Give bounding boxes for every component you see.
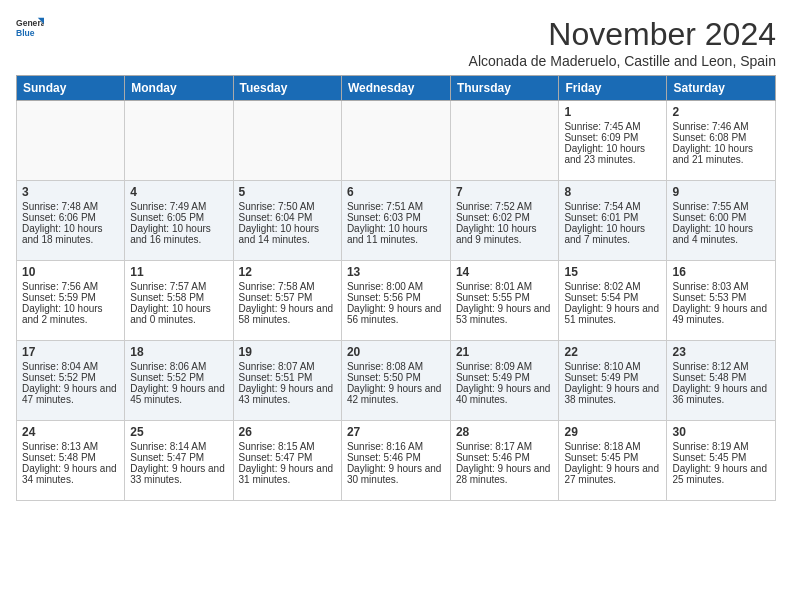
weekday-header-saturday: Saturday xyxy=(667,76,776,101)
calendar-day-8: 8Sunrise: 7:54 AMSunset: 6:01 PMDaylight… xyxy=(559,181,667,261)
calendar-empty-cell xyxy=(125,101,233,181)
calendar-day-28: 28Sunrise: 8:17 AMSunset: 5:46 PMDayligh… xyxy=(450,421,559,501)
day-number: 14 xyxy=(456,265,554,279)
calendar-day-12: 12Sunrise: 7:58 AMSunset: 5:57 PMDayligh… xyxy=(233,261,341,341)
day-number: 3 xyxy=(22,185,119,199)
weekday-header-thursday: Thursday xyxy=(450,76,559,101)
day-number: 4 xyxy=(130,185,227,199)
day-info: Daylight: 10 hours and 21 minutes. xyxy=(672,143,770,165)
weekday-header-sunday: Sunday xyxy=(17,76,125,101)
calendar-day-5: 5Sunrise: 7:50 AMSunset: 6:04 PMDaylight… xyxy=(233,181,341,261)
day-number: 26 xyxy=(239,425,336,439)
header: General Blue November 2024 Alconada de M… xyxy=(16,16,776,69)
day-info: Daylight: 9 hours and 30 minutes. xyxy=(347,463,445,485)
day-info: Daylight: 9 hours and 27 minutes. xyxy=(564,463,661,485)
day-info: Sunrise: 7:56 AM xyxy=(22,281,119,292)
day-info: Daylight: 9 hours and 28 minutes. xyxy=(456,463,554,485)
weekday-header-friday: Friday xyxy=(559,76,667,101)
day-info: Sunset: 5:57 PM xyxy=(239,292,336,303)
day-info: Sunset: 5:50 PM xyxy=(347,372,445,383)
day-info: Daylight: 10 hours and 7 minutes. xyxy=(564,223,661,245)
day-info: Daylight: 9 hours and 56 minutes. xyxy=(347,303,445,325)
day-info: Sunset: 6:01 PM xyxy=(564,212,661,223)
day-info: Sunset: 5:47 PM xyxy=(239,452,336,463)
day-info: Daylight: 9 hours and 33 minutes. xyxy=(130,463,227,485)
day-info: Sunrise: 7:48 AM xyxy=(22,201,119,212)
day-info: Sunset: 5:56 PM xyxy=(347,292,445,303)
day-number: 17 xyxy=(22,345,119,359)
day-info: Sunset: 5:46 PM xyxy=(456,452,554,463)
day-number: 23 xyxy=(672,345,770,359)
calendar-week-row: 1Sunrise: 7:45 AMSunset: 6:09 PMDaylight… xyxy=(17,101,776,181)
day-info: Sunset: 6:00 PM xyxy=(672,212,770,223)
weekday-header-tuesday: Tuesday xyxy=(233,76,341,101)
svg-text:Blue: Blue xyxy=(16,28,35,38)
day-info: Sunset: 5:59 PM xyxy=(22,292,119,303)
calendar-day-3: 3Sunrise: 7:48 AMSunset: 6:06 PMDaylight… xyxy=(17,181,125,261)
day-info: Daylight: 9 hours and 49 minutes. xyxy=(672,303,770,325)
calendar-day-25: 25Sunrise: 8:14 AMSunset: 5:47 PMDayligh… xyxy=(125,421,233,501)
day-info: Daylight: 9 hours and 45 minutes. xyxy=(130,383,227,405)
calendar-day-26: 26Sunrise: 8:15 AMSunset: 5:47 PMDayligh… xyxy=(233,421,341,501)
day-info: Sunset: 5:51 PM xyxy=(239,372,336,383)
day-info: Sunset: 5:49 PM xyxy=(456,372,554,383)
calendar-day-21: 21Sunrise: 8:09 AMSunset: 5:49 PMDayligh… xyxy=(450,341,559,421)
calendar-day-30: 30Sunrise: 8:19 AMSunset: 5:45 PMDayligh… xyxy=(667,421,776,501)
calendar-day-11: 11Sunrise: 7:57 AMSunset: 5:58 PMDayligh… xyxy=(125,261,233,341)
day-number: 8 xyxy=(564,185,661,199)
calendar-day-19: 19Sunrise: 8:07 AMSunset: 5:51 PMDayligh… xyxy=(233,341,341,421)
calendar-day-7: 7Sunrise: 7:52 AMSunset: 6:02 PMDaylight… xyxy=(450,181,559,261)
day-number: 20 xyxy=(347,345,445,359)
day-info: Daylight: 10 hours and 18 minutes. xyxy=(22,223,119,245)
day-info: Daylight: 10 hours and 4 minutes. xyxy=(672,223,770,245)
day-info: Daylight: 10 hours and 11 minutes. xyxy=(347,223,445,245)
day-info: Sunrise: 7:57 AM xyxy=(130,281,227,292)
month-title: November 2024 xyxy=(469,16,776,53)
calendar-day-16: 16Sunrise: 8:03 AMSunset: 5:53 PMDayligh… xyxy=(667,261,776,341)
calendar-week-row: 3Sunrise: 7:48 AMSunset: 6:06 PMDaylight… xyxy=(17,181,776,261)
day-info: Sunset: 5:49 PM xyxy=(564,372,661,383)
calendar-day-22: 22Sunrise: 8:10 AMSunset: 5:49 PMDayligh… xyxy=(559,341,667,421)
calendar-day-17: 17Sunrise: 8:04 AMSunset: 5:52 PMDayligh… xyxy=(17,341,125,421)
day-info: Daylight: 10 hours and 23 minutes. xyxy=(564,143,661,165)
day-number: 16 xyxy=(672,265,770,279)
calendar-empty-cell xyxy=(341,101,450,181)
day-info: Sunrise: 7:45 AM xyxy=(564,121,661,132)
day-info: Sunset: 5:45 PM xyxy=(672,452,770,463)
day-number: 13 xyxy=(347,265,445,279)
day-number: 21 xyxy=(456,345,554,359)
calendar-week-row: 10Sunrise: 7:56 AMSunset: 5:59 PMDayligh… xyxy=(17,261,776,341)
day-info: Daylight: 10 hours and 16 minutes. xyxy=(130,223,227,245)
day-number: 1 xyxy=(564,105,661,119)
day-info: Daylight: 9 hours and 47 minutes. xyxy=(22,383,119,405)
day-info: Sunrise: 7:54 AM xyxy=(564,201,661,212)
day-info: Sunrise: 7:50 AM xyxy=(239,201,336,212)
day-info: Sunrise: 8:18 AM xyxy=(564,441,661,452)
day-info: Sunrise: 8:16 AM xyxy=(347,441,445,452)
day-number: 10 xyxy=(22,265,119,279)
calendar-table: SundayMondayTuesdayWednesdayThursdayFrid… xyxy=(16,75,776,501)
calendar-day-15: 15Sunrise: 8:02 AMSunset: 5:54 PMDayligh… xyxy=(559,261,667,341)
day-info: Sunset: 5:52 PM xyxy=(22,372,119,383)
day-number: 9 xyxy=(672,185,770,199)
day-info: Sunrise: 8:13 AM xyxy=(22,441,119,452)
subtitle: Alconada de Maderuelo, Castille and Leon… xyxy=(469,53,776,69)
calendar-day-23: 23Sunrise: 8:12 AMSunset: 5:48 PMDayligh… xyxy=(667,341,776,421)
logo: General Blue xyxy=(16,16,44,38)
day-number: 29 xyxy=(564,425,661,439)
title-area: November 2024 Alconada de Maderuelo, Cas… xyxy=(469,16,776,69)
day-info: Daylight: 9 hours and 40 minutes. xyxy=(456,383,554,405)
calendar-day-4: 4Sunrise: 7:49 AMSunset: 6:05 PMDaylight… xyxy=(125,181,233,261)
calendar-day-6: 6Sunrise: 7:51 AMSunset: 6:03 PMDaylight… xyxy=(341,181,450,261)
svg-text:General: General xyxy=(16,18,44,28)
day-number: 25 xyxy=(130,425,227,439)
day-info: Sunrise: 7:51 AM xyxy=(347,201,445,212)
logo-icon: General Blue xyxy=(16,16,44,38)
day-info: Sunset: 5:58 PM xyxy=(130,292,227,303)
day-info: Sunset: 5:47 PM xyxy=(130,452,227,463)
calendar-day-14: 14Sunrise: 8:01 AMSunset: 5:55 PMDayligh… xyxy=(450,261,559,341)
day-info: Daylight: 9 hours and 34 minutes. xyxy=(22,463,119,485)
calendar-week-row: 17Sunrise: 8:04 AMSunset: 5:52 PMDayligh… xyxy=(17,341,776,421)
day-number: 19 xyxy=(239,345,336,359)
day-info: Sunset: 6:05 PM xyxy=(130,212,227,223)
